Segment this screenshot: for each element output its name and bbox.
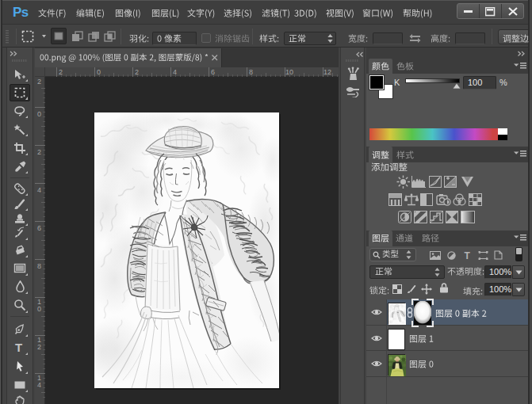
svg-text:0: 0 — [37, 110, 41, 118]
svg-text:4: 4 — [37, 381, 41, 389]
svg-text:8: 8 — [249, 68, 253, 76]
svg-text:0: 0 — [37, 305, 41, 313]
svg-text:2: 2 — [135, 68, 139, 76]
svg-text:2: 2 — [37, 343, 41, 351]
svg-text:10: 10 — [285, 68, 293, 76]
svg-text:2: 2 — [37, 78, 41, 86]
svg-text:T: T — [15, 341, 22, 353]
svg-text:2: 2 — [59, 68, 63, 76]
svg-text:0: 0 — [97, 68, 101, 76]
svg-text:6: 6 — [37, 224, 41, 232]
svg-text:6: 6 — [211, 68, 215, 76]
svg-text:8: 8 — [37, 262, 41, 270]
svg-text:T: T — [465, 250, 471, 260]
svg-text:4: 4 — [37, 186, 41, 194]
svg-text:12: 12 — [323, 68, 331, 76]
svg-text:2: 2 — [37, 148, 41, 156]
svg-text:4: 4 — [173, 68, 177, 76]
